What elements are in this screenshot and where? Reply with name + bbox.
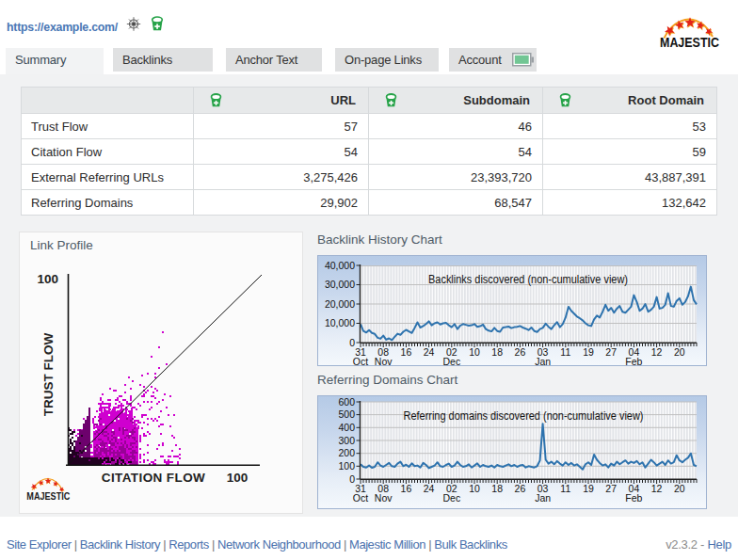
svg-text:18: 18 xyxy=(491,346,503,358)
svg-text:26: 26 xyxy=(515,483,526,494)
svg-text:100: 100 xyxy=(227,471,249,485)
svg-text:MAJESTIC: MAJESTIC xyxy=(26,491,70,502)
svg-text:12: 12 xyxy=(651,346,663,358)
svg-text:24: 24 xyxy=(424,483,435,494)
svg-text:10: 10 xyxy=(469,483,480,494)
svg-text:TRUST FLOW: TRUST FLOW xyxy=(41,333,56,417)
svg-text:27: 27 xyxy=(605,483,617,494)
svg-text:30,000: 30,000 xyxy=(325,279,355,290)
svg-text:12: 12 xyxy=(651,483,663,494)
svg-text:400: 400 xyxy=(338,422,355,433)
svg-text:40,000: 40,000 xyxy=(325,260,355,271)
svg-text:20: 20 xyxy=(674,483,685,494)
svg-text:27: 27 xyxy=(605,346,617,358)
svg-text:16: 16 xyxy=(401,483,412,494)
svg-text:20: 20 xyxy=(674,346,685,358)
svg-text:Dec: Dec xyxy=(442,492,460,504)
svg-text:Backlinks discovered (non-cumu: Backlinks discovered (non-cumulative vie… xyxy=(428,273,628,286)
svg-text:500: 500 xyxy=(338,408,355,420)
svg-text:Oct: Oct xyxy=(353,492,368,504)
svg-text:Referring domains discovered (: Referring domains discovered (non-cumula… xyxy=(404,409,644,423)
svg-text:Dec: Dec xyxy=(442,356,460,366)
svg-text:Feb: Feb xyxy=(625,356,642,366)
svg-text:26: 26 xyxy=(515,346,526,358)
svg-text:19: 19 xyxy=(583,483,594,494)
svg-text:Jan: Jan xyxy=(535,356,551,366)
svg-text:100: 100 xyxy=(338,460,355,472)
svg-text:10,000: 10,000 xyxy=(325,317,355,328)
svg-text:Jan: Jan xyxy=(535,492,551,504)
svg-text:300: 300 xyxy=(338,435,355,446)
svg-text:11: 11 xyxy=(560,346,570,358)
svg-text:Nov: Nov xyxy=(375,492,393,504)
svg-text:Oct: Oct xyxy=(353,356,368,366)
svg-text:24: 24 xyxy=(424,346,435,358)
svg-text:18: 18 xyxy=(491,483,503,494)
svg-text:Feb: Feb xyxy=(625,492,642,504)
svg-text:20,000: 20,000 xyxy=(325,298,355,310)
svg-text:CITATION FLOW: CITATION FLOW xyxy=(102,471,205,485)
svg-text:10: 10 xyxy=(469,346,480,358)
svg-text:600: 600 xyxy=(338,396,355,408)
svg-text:11: 11 xyxy=(560,483,570,494)
svg-text:Nov: Nov xyxy=(375,356,393,366)
svg-text:16: 16 xyxy=(401,346,412,358)
svg-text:200: 200 xyxy=(338,447,355,458)
svg-text:100: 100 xyxy=(37,272,58,286)
svg-text:MAJESTIC: MAJESTIC xyxy=(660,35,719,50)
svg-text:19: 19 xyxy=(583,346,594,358)
